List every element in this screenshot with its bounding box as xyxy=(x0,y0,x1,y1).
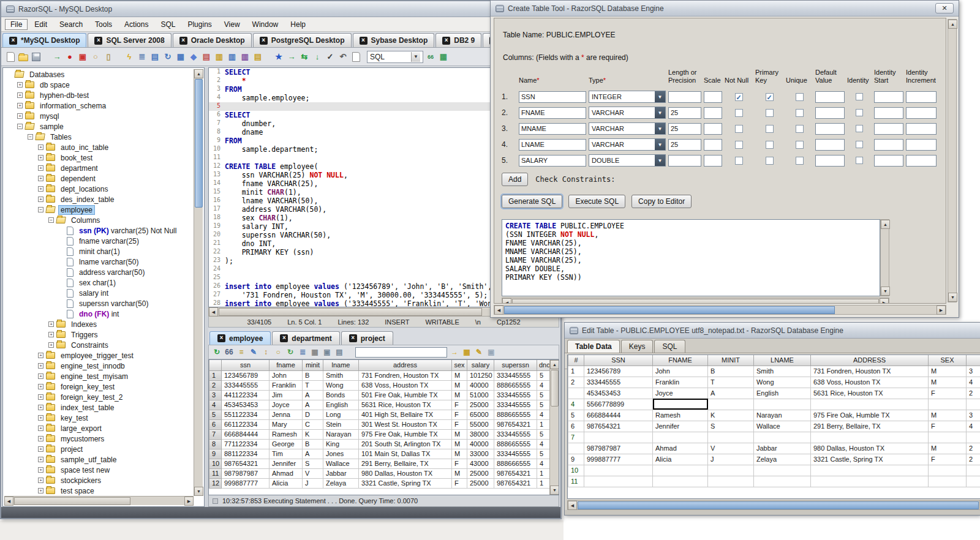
cell[interactable]: 2 xyxy=(967,454,980,465)
tree-scroll-thumb[interactable] xyxy=(195,79,203,208)
cell[interactable]: Jenna xyxy=(270,410,303,419)
expand-icon[interactable]: + xyxy=(38,186,43,192)
edit-purple-icon[interactable]: ▥ xyxy=(239,51,251,62)
edit-horizontal-scrollbar[interactable]: ◀ xyxy=(567,500,980,510)
cell[interactable] xyxy=(653,476,708,487)
generated-sql-textarea[interactable]: CREATE TABLE PUBLIC.EMPLOYEE(SSN INTEGER… xyxy=(502,219,880,296)
identity-increment-input[interactable] xyxy=(906,107,937,119)
cell[interactable]: Narayan xyxy=(754,410,811,421)
cell[interactable]: 5 xyxy=(537,370,551,380)
cell[interactable]: M xyxy=(929,410,967,421)
identity-increment-input[interactable] xyxy=(906,123,937,135)
cell[interactable]: M xyxy=(452,370,467,380)
results-tab-project[interactable]: ×project xyxy=(341,331,393,345)
identity-start-input[interactable] xyxy=(874,139,903,151)
column-type-select[interactable]: DOUBLE▼ xyxy=(589,154,666,167)
edit-column-header[interactable]: SSN xyxy=(584,355,653,366)
cell[interactable]: 980 Dallas, Houston TX xyxy=(811,443,929,454)
tree-item[interactable]: +Triggers xyxy=(4,329,194,340)
cell[interactable]: 4 xyxy=(967,421,980,432)
tree-item[interactable]: +department xyxy=(4,163,194,173)
cell[interactable]: 291 Berry, Bellaire, TX xyxy=(359,459,452,468)
cell[interactable]: 441122334 xyxy=(222,390,270,400)
cell[interactable]: 25000 xyxy=(467,478,494,488)
collapse-icon[interactable]: − xyxy=(17,124,23,129)
results-scroll-thumb[interactable] xyxy=(551,370,559,407)
column-name-input[interactable]: SALARY xyxy=(519,155,586,167)
cell[interactable]: F xyxy=(929,421,967,432)
scroll-up-icon[interactable]: ▲ xyxy=(881,220,890,229)
sql-hscroll-thumb[interactable] xyxy=(512,299,879,304)
connection-tab-sybase-desktop[interactable]: ×Sybase Desktop xyxy=(353,33,435,47)
cell[interactable]: 301 West St. Houston TX xyxy=(359,419,452,429)
main-titlebar[interactable]: RazorSQL - MySQL Desktop xyxy=(1,1,560,17)
table-row[interactable]: 45566778899 xyxy=(568,399,980,410)
close-icon[interactable]: ✕ xyxy=(935,3,954,13)
cell[interactable]: George xyxy=(270,439,303,449)
table-row[interactable]: 8771122334GeorgeBKing201 South St, Arlin… xyxy=(209,439,551,449)
table-row[interactable]: 9881122334TimAJones101 Main St, Dallas T… xyxy=(209,449,551,459)
cell[interactable] xyxy=(929,476,967,487)
cell[interactable]: Jabbar xyxy=(754,443,811,454)
unique-checkbox[interactable] xyxy=(796,125,804,133)
diamond-icon[interactable]: ◆ xyxy=(188,51,199,62)
list-icon[interactable]: ≣ xyxy=(298,347,307,357)
cell[interactable]: 38000 xyxy=(467,429,494,439)
tab-keys[interactable]: Keys xyxy=(621,340,654,353)
cell[interactable]: 333445555 xyxy=(494,390,537,400)
cell[interactable]: 881122334 xyxy=(222,449,270,459)
tree-item[interactable]: fname varchar(25) xyxy=(4,236,194,246)
length-input[interactable]: 25 xyxy=(668,139,701,151)
results-tab-employee[interactable]: ×employee xyxy=(209,331,271,345)
cell[interactable]: 888665555 xyxy=(494,439,537,449)
scale-input[interactable] xyxy=(704,123,722,135)
table-row[interactable]: 7666884444RameshKNarayan975 Fire Oak, Hu… xyxy=(209,429,551,439)
identity-checkbox[interactable] xyxy=(856,109,863,116)
favorites-icon[interactable]: ★ xyxy=(273,51,284,62)
paste-table-icon[interactable]: ▣ xyxy=(77,51,88,62)
cell[interactable]: John xyxy=(653,366,708,377)
scroll-left-icon[interactable]: ◀ xyxy=(4,497,13,506)
tree-item[interactable]: +engine_test_innodb xyxy=(4,361,194,371)
tree-item[interactable]: +dependent xyxy=(4,173,194,184)
menu-actions[interactable]: Actions xyxy=(119,19,154,30)
cell[interactable]: 731 Fondren, Houston TX xyxy=(359,370,452,380)
table-row[interactable]: 4453453453JoyceAEnglish5631 Rice, Housto… xyxy=(209,400,551,410)
edit-results-icon[interactable]: ✎ xyxy=(474,347,484,357)
cell[interactable]: 4 xyxy=(967,377,980,388)
tree-item[interactable]: +information_schema xyxy=(4,100,194,111)
default-value-input[interactable] xyxy=(815,91,845,103)
cell[interactable]: B xyxy=(303,370,323,380)
identity-start-input[interactable] xyxy=(874,91,903,103)
tab-close-icon[interactable]: × xyxy=(179,37,187,45)
editor-hscroll-thumb[interactable] xyxy=(219,308,482,316)
cell[interactable]: 2 xyxy=(967,388,980,399)
tree-item[interactable]: +stockpickers xyxy=(4,475,194,486)
add-button[interactable]: Add xyxy=(502,173,528,186)
results-vertical-scrollbar[interactable]: ▲ ▼ xyxy=(549,360,559,495)
tree-item[interactable]: −sample xyxy=(4,121,194,132)
menu-window[interactable]: Window xyxy=(247,19,284,30)
tab-close-icon[interactable]: × xyxy=(280,334,288,342)
tab-close-icon[interactable]: × xyxy=(9,37,17,45)
cell[interactable]: A xyxy=(708,388,754,399)
results-column-header[interactable] xyxy=(209,360,222,370)
results-column-header[interactable]: dno xyxy=(537,360,551,370)
primary-key-checkbox[interactable] xyxy=(766,141,774,149)
copy-icon[interactable]: ▣ xyxy=(322,347,332,357)
search-doc-icon[interactable]: ▤ xyxy=(149,51,160,62)
cell[interactable]: T xyxy=(708,377,754,388)
table-row[interactable]: 1123456789JohnBSmith731 Fondren, Houston… xyxy=(209,370,551,380)
cell[interactable] xyxy=(967,476,980,487)
menu-file[interactable]: File xyxy=(5,19,28,30)
cell[interactable]: M xyxy=(929,443,967,454)
table-row[interactable]: 11987987987AhmadVJabbar980 Dallas, Houst… xyxy=(209,468,551,478)
cell[interactable]: John xyxy=(270,370,303,380)
scroll-down-icon[interactable]: ▼ xyxy=(194,487,203,496)
cell[interactable] xyxy=(584,432,653,443)
cell[interactable]: 5566778899 xyxy=(584,399,653,410)
view-connections-icon[interactable]: 66 xyxy=(425,51,436,62)
execute-all-icon[interactable]: ⇆ xyxy=(299,51,310,62)
cell[interactable]: F xyxy=(929,388,967,399)
cell[interactable]: A xyxy=(303,390,323,400)
